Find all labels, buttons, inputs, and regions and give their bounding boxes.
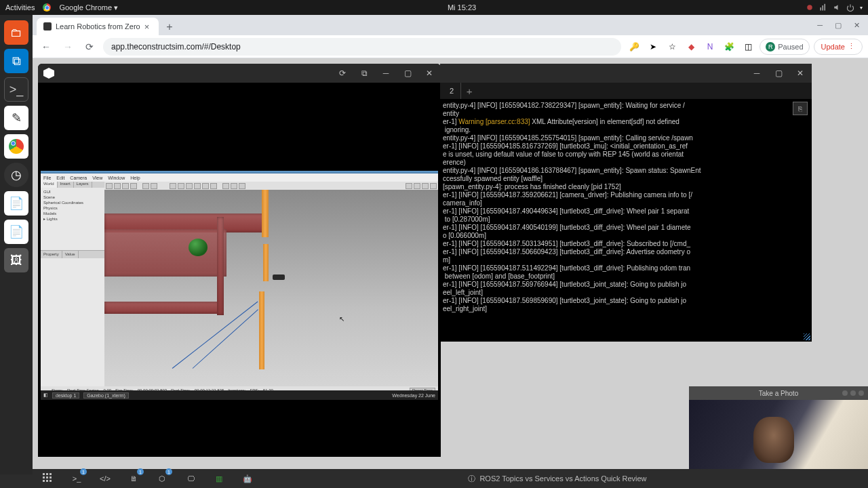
sidepanel-icon[interactable]: ◫ [741,39,755,54]
launcher-desktop[interactable]: 🖵 [183,471,198,486]
dock-vscode[interactable]: ⧉ [4,49,28,73]
sim-3d-viewport[interactable]: ↖ [104,190,438,386]
tool-paste-icon[interactable] [231,183,237,189]
gazebo-close-icon[interactable]: ✕ [423,68,435,78]
term-max-icon[interactable]: ▢ [772,68,785,78]
gazebo-min-icon[interactable]: ─ [380,68,392,78]
tool-rotate-icon[interactable] [122,183,129,189]
gnome-top-bar: Activities Google Chrome ▾ Mi 15:23 ▾ [0,0,868,15]
tool-view1-icon[interactable] [406,183,412,189]
active-app-menu[interactable]: Google Chrome ▾ [59,3,118,12]
launcher-code[interactable]: </> [98,471,113,486]
terminal-copy-icon[interactable]: ⎘ [793,102,808,115]
taskbar-desktop[interactable]: desktop 1 [52,392,79,399]
extensions-icon[interactable]: 🧩 [722,39,736,54]
tool-light2-icon[interactable] [202,183,209,189]
reload-button[interactable]: ⟳ [81,39,98,55]
tab-close-icon[interactable]: × [144,22,150,32]
dock-terminal[interactable]: >_ [4,77,28,102]
tool-copy-icon[interactable] [222,183,229,189]
launcher-ide[interactable]: 🗎 1 [126,471,141,486]
webcam-dot-3[interactable] [859,390,864,396]
menu-window[interactable]: Window [108,176,125,180]
webcam-header[interactable]: Take a Photo [689,386,868,400]
apps-grid-icon[interactable] [41,471,56,486]
launcher-gazebo[interactable]: ⬡ 1 [155,471,170,486]
forward-button[interactable]: → [60,39,76,55]
panel-tab-world[interactable]: World [41,182,58,188]
chrome-max-icon[interactable]: ▢ [835,21,842,30]
tool-light1-icon[interactable] [194,183,201,189]
menu-edit[interactable]: Edit [56,176,64,180]
launcher-robot[interactable]: 🤖 [240,471,255,486]
gazebo-popout-icon[interactable]: ⧉ [358,68,370,78]
sim-left-panel: World Insert Layers GUI Scene Spherical … [41,182,104,386]
resize-grip-icon[interactable] [804,333,810,340]
menu-camera[interactable]: Camera [70,176,87,180]
dock-libreoffice-impress[interactable]: 📄 [4,220,28,244]
tool-record-icon[interactable] [422,183,429,189]
ext-icon-1[interactable]: ◆ [684,39,698,54]
back-button[interactable]: ← [38,39,54,55]
term-min-icon[interactable]: ─ [751,68,763,78]
dock-screenshot[interactable]: 🖼 [4,248,28,272]
term-close-icon[interactable]: ✕ [794,68,806,78]
chrome-close-icon[interactable]: ✕ [854,21,860,30]
tool-redo-icon[interactable] [151,183,157,189]
webcam-panel: Take a Photo [689,386,868,474]
tool-view2-icon[interactable] [414,183,420,189]
dock-text-editor[interactable]: ✎ [4,106,28,130]
dock-files[interactable]: 🗀 [4,20,28,45]
tool-cyl-icon[interactable] [186,183,193,189]
gazebo-reload-icon[interactable]: ⟳ [336,68,349,78]
bookmark-icon[interactable]: ☆ [665,39,679,54]
dock-clocks[interactable]: ◷ [4,163,28,187]
address-bar[interactable]: app.theconstructsim.com/#/Desktop [103,38,621,56]
gnome-dock: 🗀 ⧉ >_ ✎ ◷ 📄 📄 🖼 [0,15,33,474]
menu-file[interactable]: File [43,176,51,180]
tool-light3-icon[interactable] [210,183,217,189]
chrome-min-icon[interactable]: ─ [817,21,823,29]
launcher-terminal[interactable]: >_ 1 [69,471,84,486]
tool-select-icon[interactable] [106,183,113,189]
dock-libreoffice-writer[interactable]: 📄 [4,191,28,216]
browser-tab[interactable]: Learn Robotics from Zero × [37,18,159,35]
scene-tree[interactable]: GUI Scene Spherical Coordinates Physics … [41,188,104,223]
terminal-titlebar[interactable]: ─ ▢ ✕ [440,64,812,83]
tool-scale-icon[interactable] [130,183,137,189]
tool-sphere-icon[interactable] [178,183,184,189]
tool-plot-icon[interactable] [430,183,437,189]
terminal-new-tab[interactable]: + [461,85,477,97]
launcher-notebook[interactable]: ▥ [212,471,226,486]
activities-button[interactable]: Activities [5,3,35,12]
gazebo-titlebar[interactable]: ⟳ ⧉ ─ ▢ ✕ [38,64,441,83]
menu-view[interactable]: View [92,176,102,180]
tool-undo-icon[interactable] [142,183,149,189]
send-icon[interactable]: ➤ [646,39,660,54]
terminal-tab[interactable]: 2 [443,83,461,99]
webcam-dot-2[interactable] [850,390,856,396]
profile-paused[interactable]: R Paused [760,39,809,55]
dock-chrome[interactable] [4,134,28,159]
key-icon[interactable]: 🔑 [627,39,642,54]
panel-tab-layers[interactable]: Layers [74,182,92,188]
tool-box-icon[interactable] [170,183,176,189]
update-button[interactable]: Update ⋮ [814,39,863,55]
new-tab-button[interactable]: + [161,19,178,35]
gazebo-window: ⟳ ⧉ ─ ▢ ✕ File Edit Camera View Window H… [38,64,441,457]
clock[interactable]: Mi 15:23 [118,3,806,12]
panel-tab-insert[interactable]: Insert [58,182,74,188]
menu-help[interactable]: Help [130,176,140,180]
taskbar-gazebo[interactable]: Gazebo (1_xterm) [83,392,128,399]
gazebo-max-icon[interactable]: ▢ [401,68,414,78]
webcam-dot-1[interactable] [842,390,848,396]
lesson-title[interactable]: ROS2 Topics vs Services vs Actions Quick… [479,474,646,483]
tool-snap-icon[interactable] [239,183,245,189]
ext-icon-2[interactable]: N [703,39,717,54]
info-icon: ⓘ [468,474,475,484]
avatar-icon: R [766,42,775,52]
status-area[interactable]: ▾ [806,3,863,12]
terminal-output[interactable]: entity.py-4] [INFO] [1655904182.73822934… [440,99,812,342]
taskbar-menu-icon[interactable]: ◧ [43,392,48,398]
tool-translate-icon[interactable] [114,183,121,189]
